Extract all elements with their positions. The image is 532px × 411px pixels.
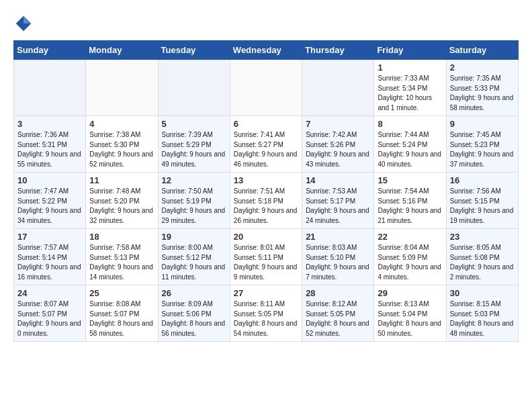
day-number: 4: [89, 119, 154, 129]
calendar-cell: 24Sunrise: 8:07 AMSunset: 5:07 PMDayligh…: [14, 285, 86, 342]
day-number: 24: [17, 288, 82, 298]
calendar-cell: 19Sunrise: 8:00 AMSunset: 5:12 PMDayligh…: [158, 229, 230, 285]
weekday-header: Monday: [86, 41, 158, 60]
day-number: 17: [17, 232, 82, 242]
day-info: Sunrise: 8:05 AMSunset: 5:08 PMDaylight:…: [450, 243, 515, 282]
page-header: [13, 13, 519, 34]
calendar-table: SundayMondayTuesdayWednesdayThursdayFrid…: [13, 40, 519, 342]
day-number: 27: [234, 288, 298, 298]
calendar-cell: 15Sunrise: 7:54 AMSunset: 5:16 PMDayligh…: [374, 173, 446, 229]
day-number: 20: [234, 232, 298, 242]
day-info: Sunrise: 8:07 AMSunset: 5:07 PMDaylight:…: [17, 300, 82, 338]
day-info: Sunrise: 8:12 AMSunset: 5:05 PMDaylight:…: [306, 300, 370, 338]
day-number: 14: [306, 175, 370, 185]
calendar-week-row: 1Sunrise: 7:33 AMSunset: 5:34 PMDaylight…: [14, 60, 519, 116]
calendar-cell: 1Sunrise: 7:33 AMSunset: 5:34 PMDaylight…: [374, 60, 446, 116]
calendar-cell: 8Sunrise: 7:44 AMSunset: 5:24 PMDaylight…: [374, 116, 446, 173]
calendar-cell: 18Sunrise: 7:58 AMSunset: 5:13 PMDayligh…: [86, 229, 158, 285]
calendar-cell: 2Sunrise: 7:35 AMSunset: 5:33 PMDaylight…: [446, 60, 518, 116]
calendar-cell: 13Sunrise: 7:51 AMSunset: 5:18 PMDayligh…: [230, 173, 302, 229]
day-number: 21: [306, 232, 370, 242]
day-number: 22: [378, 232, 442, 242]
day-info: Sunrise: 7:36 AMSunset: 5:31 PMDaylight:…: [17, 130, 82, 169]
day-info: Sunrise: 8:04 AMSunset: 5:09 PMDaylight:…: [378, 243, 442, 282]
day-number: 7: [306, 119, 370, 129]
calendar-cell: 26Sunrise: 8:09 AMSunset: 5:06 PMDayligh…: [158, 285, 230, 342]
day-number: 10: [17, 175, 82, 185]
day-number: 13: [234, 175, 298, 185]
day-number: 6: [234, 119, 298, 129]
calendar-cell: 25Sunrise: 8:08 AMSunset: 5:07 PMDayligh…: [86, 285, 158, 342]
calendar-week-row: 17Sunrise: 7:57 AMSunset: 5:14 PMDayligh…: [14, 229, 519, 285]
weekday-header: Friday: [374, 41, 446, 60]
day-number: 8: [378, 119, 442, 129]
weekday-header: Saturday: [446, 41, 518, 60]
day-number: 1: [378, 62, 442, 73]
calendar-cell: [14, 60, 86, 116]
calendar-cell: 14Sunrise: 7:53 AMSunset: 5:17 PMDayligh…: [302, 173, 374, 229]
logo-icon: [13, 13, 34, 34]
day-info: Sunrise: 7:53 AMSunset: 5:17 PMDaylight:…: [306, 187, 370, 226]
calendar-cell: 5Sunrise: 7:39 AMSunset: 5:29 PMDaylight…: [158, 116, 230, 173]
day-info: Sunrise: 7:48 AMSunset: 5:20 PMDaylight:…: [89, 187, 154, 226]
calendar-cell: 16Sunrise: 7:56 AMSunset: 5:15 PMDayligh…: [446, 173, 518, 229]
calendar-cell: 9Sunrise: 7:45 AMSunset: 5:23 PMDaylight…: [446, 116, 518, 173]
day-number: 11: [89, 175, 154, 185]
calendar-cell: [230, 60, 302, 116]
day-info: Sunrise: 7:41 AMSunset: 5:27 PMDaylight:…: [234, 130, 298, 169]
day-number: 16: [450, 175, 515, 185]
calendar-week-row: 10Sunrise: 7:47 AMSunset: 5:22 PMDayligh…: [14, 173, 519, 229]
day-number: 2: [450, 62, 515, 73]
day-info: Sunrise: 7:50 AMSunset: 5:19 PMDaylight:…: [162, 187, 226, 226]
day-number: 9: [450, 119, 515, 129]
svg-marker-1: [24, 16, 31, 24]
calendar-cell: 30Sunrise: 8:15 AMSunset: 5:03 PMDayligh…: [446, 285, 518, 342]
weekday-header: Wednesday: [230, 41, 302, 60]
day-number: 5: [162, 119, 226, 129]
calendar-week-row: 24Sunrise: 8:07 AMSunset: 5:07 PMDayligh…: [14, 285, 519, 342]
calendar-cell: 17Sunrise: 7:57 AMSunset: 5:14 PMDayligh…: [14, 229, 86, 285]
logo: [13, 13, 36, 34]
day-info: Sunrise: 8:01 AMSunset: 5:11 PMDaylight:…: [234, 243, 298, 282]
day-info: Sunrise: 8:13 AMSunset: 5:04 PMDaylight:…: [378, 300, 442, 338]
day-info: Sunrise: 7:47 AMSunset: 5:22 PMDaylight:…: [17, 187, 82, 226]
day-info: Sunrise: 7:57 AMSunset: 5:14 PMDaylight:…: [17, 243, 82, 282]
day-number: 28: [306, 288, 370, 298]
calendar-cell: 12Sunrise: 7:50 AMSunset: 5:19 PMDayligh…: [158, 173, 230, 229]
calendar-cell: 23Sunrise: 8:05 AMSunset: 5:08 PMDayligh…: [446, 229, 518, 285]
weekday-header: Tuesday: [158, 41, 230, 60]
day-number: 3: [17, 119, 82, 129]
calendar-cell: [158, 60, 230, 116]
day-number: 12: [162, 175, 226, 185]
day-number: 25: [89, 288, 154, 298]
calendar-cell: 10Sunrise: 7:47 AMSunset: 5:22 PMDayligh…: [14, 173, 86, 229]
day-number: 18: [89, 232, 154, 242]
day-number: 29: [378, 288, 442, 298]
calendar-cell: 7Sunrise: 7:42 AMSunset: 5:26 PMDaylight…: [302, 116, 374, 173]
calendar-cell: 20Sunrise: 8:01 AMSunset: 5:11 PMDayligh…: [230, 229, 302, 285]
day-info: Sunrise: 8:08 AMSunset: 5:07 PMDaylight:…: [89, 300, 154, 338]
day-info: Sunrise: 7:45 AMSunset: 5:23 PMDaylight:…: [450, 130, 515, 169]
calendar-cell: 27Sunrise: 8:11 AMSunset: 5:05 PMDayligh…: [230, 285, 302, 342]
calendar-cell: 29Sunrise: 8:13 AMSunset: 5:04 PMDayligh…: [374, 285, 446, 342]
day-number: 30: [450, 288, 515, 298]
weekday-header: Thursday: [302, 41, 374, 60]
day-info: Sunrise: 8:00 AMSunset: 5:12 PMDaylight:…: [162, 243, 226, 282]
day-number: 26: [162, 288, 226, 298]
weekday-header: Sunday: [14, 41, 86, 60]
calendar-cell: 22Sunrise: 8:04 AMSunset: 5:09 PMDayligh…: [374, 229, 446, 285]
calendar-cell: 21Sunrise: 8:03 AMSunset: 5:10 PMDayligh…: [302, 229, 374, 285]
day-info: Sunrise: 7:44 AMSunset: 5:24 PMDaylight:…: [378, 130, 442, 169]
calendar-cell: 3Sunrise: 7:36 AMSunset: 5:31 PMDaylight…: [14, 116, 86, 173]
day-info: Sunrise: 7:35 AMSunset: 5:33 PMDaylight:…: [450, 74, 515, 113]
day-info: Sunrise: 7:58 AMSunset: 5:13 PMDaylight:…: [89, 243, 154, 282]
day-info: Sunrise: 7:51 AMSunset: 5:18 PMDaylight:…: [234, 187, 298, 226]
calendar-cell: 4Sunrise: 7:38 AMSunset: 5:30 PMDaylight…: [86, 116, 158, 173]
calendar-cell: 28Sunrise: 8:12 AMSunset: 5:05 PMDayligh…: [302, 285, 374, 342]
day-number: 23: [450, 232, 515, 242]
day-info: Sunrise: 7:38 AMSunset: 5:30 PMDaylight:…: [89, 130, 154, 169]
calendar-cell: 11Sunrise: 7:48 AMSunset: 5:20 PMDayligh…: [86, 173, 158, 229]
day-info: Sunrise: 7:39 AMSunset: 5:29 PMDaylight:…: [162, 130, 226, 169]
day-info: Sunrise: 7:42 AMSunset: 5:26 PMDaylight:…: [306, 130, 370, 169]
day-info: Sunrise: 7:54 AMSunset: 5:16 PMDaylight:…: [378, 187, 442, 226]
